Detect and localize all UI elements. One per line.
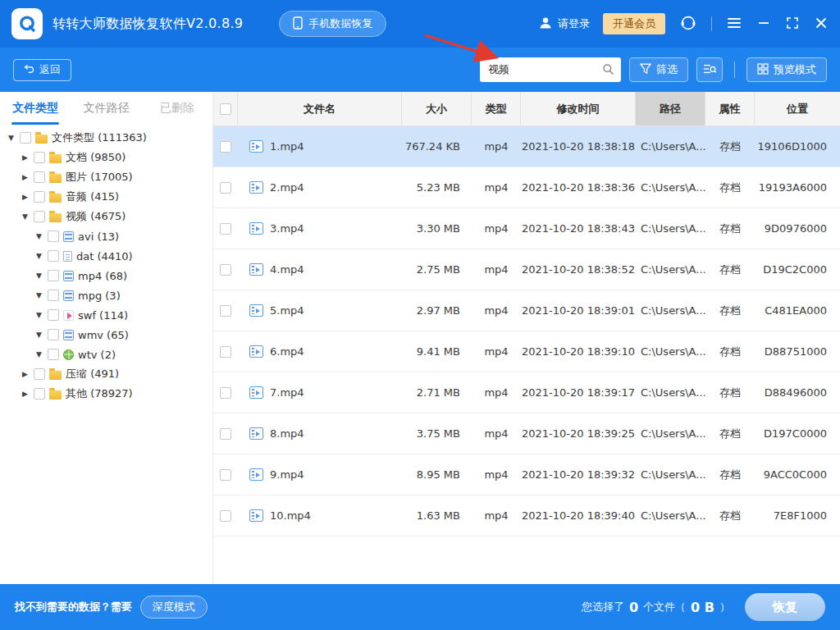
customer-service-button[interactable]: [678, 13, 698, 35]
row-checkbox[interactable]: [220, 428, 231, 440]
table-row[interactable]: 4.mp42.75 MBmp42021-10-20 18:38:52C:\Use…: [213, 249, 840, 290]
tree-checkbox[interactable]: [34, 171, 45, 183]
login-button[interactable]: 请登录: [538, 16, 590, 33]
tree-checkbox[interactable]: [34, 152, 45, 163]
phone-recovery-button[interactable]: 手机数据恢复: [279, 11, 386, 37]
tree-checkbox[interactable]: [48, 309, 59, 321]
tab-file-type[interactable]: 文件类型: [0, 92, 71, 125]
chevron-right-icon[interactable]: ▶: [21, 371, 30, 378]
chevron-down-icon[interactable]: ▼: [34, 351, 43, 358]
tree-item-avi[interactable]: ▼avi (13): [0, 226, 212, 246]
select-all-checkbox[interactable]: [220, 103, 231, 115]
cell-path: C:\Users\A...: [636, 126, 705, 167]
tree-checkbox[interactable]: [34, 388, 45, 399]
cell-size: 3.75 MB: [402, 413, 472, 454]
chevron-down-icon[interactable]: ▼: [34, 253, 43, 260]
row-checkbox[interactable]: [220, 264, 231, 276]
tree-checkbox[interactable]: [48, 329, 59, 340]
table-row[interactable]: 2.mp45.23 MBmp42021-10-20 18:38:36C:\Use…: [213, 167, 840, 208]
minimize-button[interactable]: [756, 16, 771, 33]
recover-button[interactable]: 恢复: [745, 593, 825, 621]
row-checkbox[interactable]: [220, 182, 231, 194]
back-button[interactable]: 返回: [13, 59, 71, 81]
row-checkbox[interactable]: [220, 346, 231, 358]
deep-mode-button[interactable]: 深度模式: [140, 596, 208, 619]
tree-item-zip[interactable]: ▶压缩 (491): [0, 364, 212, 384]
tree-item-video[interactable]: ▼视频 (4675): [0, 207, 212, 226]
tree-checkbox[interactable]: [48, 250, 59, 262]
column-header-name[interactable]: 文件名: [238, 92, 402, 126]
table-row[interactable]: 9.mp48.95 MBmp42021-10-20 18:39:32C:\Use…: [213, 454, 840, 495]
search-icon[interactable]: [602, 63, 614, 78]
vip-button[interactable]: 开通会员: [603, 13, 665, 34]
tree-item-wmv[interactable]: ▼wmv (65): [0, 325, 212, 345]
menu-button[interactable]: [725, 16, 743, 33]
chevron-down-icon[interactable]: ▼: [7, 135, 16, 142]
funnel-icon: [640, 63, 651, 77]
column-header-mod[interactable]: 修改时间: [521, 92, 636, 126]
column-header-attr[interactable]: 属性: [705, 92, 755, 126]
row-checkbox[interactable]: [220, 387, 231, 399]
chevron-right-icon[interactable]: ▶: [21, 390, 30, 398]
tree-item-audio[interactable]: ▶音频 (415): [0, 187, 212, 207]
preview-mode-label: 预览模式: [774, 62, 816, 77]
tree-checkbox[interactable]: [48, 231, 59, 242]
chevron-right-icon[interactable]: ▶: [21, 174, 30, 181]
tab-file-path[interactable]: 文件路径: [71, 92, 141, 125]
tree-item-swf[interactable]: ▼swf (114): [0, 305, 212, 325]
cell-filename: 1.mp4: [270, 140, 304, 153]
tree-checkbox[interactable]: [48, 349, 59, 360]
table-row[interactable]: 1.mp4767.24 KBmp42021-10-20 18:38:18C:\U…: [213, 126, 840, 167]
selection-summary: 您选择了 0 个文件（ 0 B ）: [582, 600, 730, 615]
cell-type: mp4: [472, 372, 521, 413]
preview-mode-button[interactable]: 预览模式: [746, 57, 827, 82]
table-row[interactable]: 6.mp49.41 MBmp42021-10-20 18:39:10C:\Use…: [213, 331, 840, 372]
table-row[interactable]: 7.mp42.71 MBmp42021-10-20 18:39:17C:\Use…: [213, 372, 840, 413]
chevron-down-icon[interactable]: ▼: [21, 213, 30, 221]
search-settings-button[interactable]: [696, 57, 723, 82]
row-checkbox[interactable]: [220, 223, 231, 235]
chevron-down-icon[interactable]: ▼: [34, 272, 43, 280]
column-header-path[interactable]: 路径: [636, 92, 705, 126]
film-icon: [63, 231, 74, 242]
tree-checkbox[interactable]: [34, 368, 45, 380]
tree-checkbox[interactable]: [34, 211, 45, 222]
column-header-loc[interactable]: 位置: [755, 92, 840, 126]
tree-item-wtv[interactable]: ▼wtv (2): [0, 345, 212, 364]
tree-item-mp4[interactable]: ▼mp4 (68): [0, 266, 212, 285]
tree-checkbox[interactable]: [48, 290, 59, 301]
tree-item-label: 图片 (17005): [66, 170, 133, 185]
chevron-down-icon[interactable]: ▼: [34, 331, 43, 339]
file-tree: ▼文件类型 (111363)▶文档 (9850)▶图片 (17005)▶音频 (…: [0, 125, 212, 584]
tree-checkbox[interactable]: [48, 270, 59, 281]
tab-deleted[interactable]: 已删除: [142, 92, 212, 125]
column-header-type[interactable]: 类型: [472, 92, 521, 126]
chevron-right-icon[interactable]: ▶: [21, 154, 30, 162]
tree-checkbox[interactable]: [34, 191, 45, 203]
tree-item-root[interactable]: ▼文件类型 (111363): [0, 128, 212, 148]
tree-item-images[interactable]: ▶图片 (17005): [0, 167, 212, 187]
tree-item-mpg[interactable]: ▼mpg (3): [0, 285, 212, 305]
close-button[interactable]: [814, 16, 829, 33]
grid-icon: [757, 63, 769, 77]
tree-item-dat[interactable]: ▼dat (4410): [0, 246, 212, 266]
table-row[interactable]: 10.mp41.63 MBmp42021-10-20 18:39:40C:\Us…: [213, 495, 840, 536]
row-checkbox[interactable]: [220, 141, 231, 153]
tree-item-other[interactable]: ▶其他 (78927): [0, 384, 212, 404]
chevron-right-icon[interactable]: ▶: [21, 194, 30, 201]
chevron-down-icon[interactable]: ▼: [34, 312, 43, 319]
row-checkbox[interactable]: [220, 510, 231, 522]
filter-button[interactable]: 筛选: [629, 57, 688, 82]
column-header-size[interactable]: 大小: [402, 92, 472, 126]
chevron-down-icon[interactable]: ▼: [34, 292, 43, 299]
row-checkbox[interactable]: [220, 469, 231, 481]
tree-item-docs[interactable]: ▶文档 (9850): [0, 148, 212, 167]
table-row[interactable]: 3.mp43.30 MBmp42021-10-20 18:38:43C:\Use…: [213, 208, 840, 249]
table-row[interactable]: 8.mp43.75 MBmp42021-10-20 18:39:25C:\Use…: [213, 413, 840, 454]
chevron-down-icon[interactable]: ▼: [34, 233, 43, 240]
tree-checkbox[interactable]: [20, 132, 31, 144]
table-row[interactable]: 5.mp42.97 MBmp42021-10-20 18:39:01C:\Use…: [213, 290, 840, 331]
search-input[interactable]: [480, 57, 621, 82]
row-checkbox[interactable]: [220, 305, 231, 317]
maximize-button[interactable]: [784, 15, 801, 34]
